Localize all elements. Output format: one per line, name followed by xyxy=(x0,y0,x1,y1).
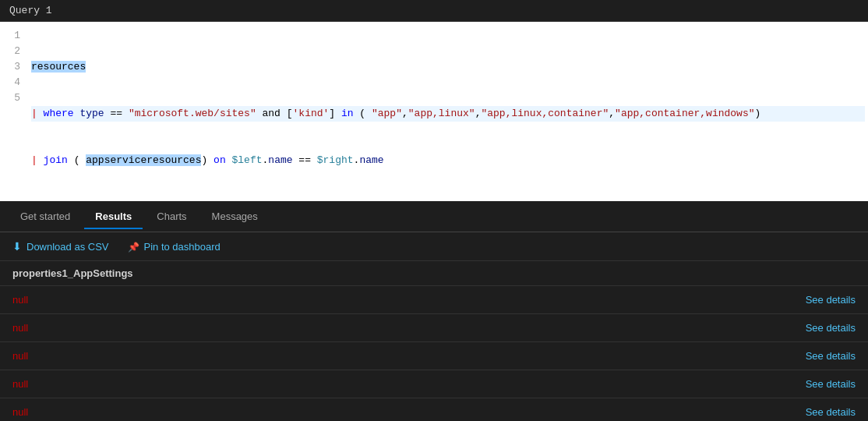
query-title: Query 1 xyxy=(9,5,52,16)
column-header: properties1_AppSettings xyxy=(0,261,868,286)
table-row: null See details xyxy=(0,286,868,314)
download-csv-button[interactable]: Download as CSV xyxy=(12,240,109,253)
line-numbers: 1 2 3 4 5 xyxy=(0,22,28,201)
null-value: null xyxy=(12,350,28,362)
editor-area: 1 2 3 4 5 resources | where type == "mic… xyxy=(0,22,868,201)
see-details-link[interactable]: See details xyxy=(806,406,856,418)
see-details-link[interactable]: See details xyxy=(806,350,856,362)
table-row: null See details xyxy=(0,314,868,342)
query-title-bar: Query 1 xyxy=(0,0,868,22)
table-row: null See details xyxy=(0,398,868,421)
pin-dashboard-button[interactable]: Pin to dashboard xyxy=(128,240,221,253)
tab-messages[interactable]: Messages xyxy=(201,204,269,228)
null-value: null xyxy=(12,322,28,334)
tab-results[interactable]: Results xyxy=(84,204,143,228)
toolbar: Download as CSV Pin to dashboard xyxy=(0,232,868,261)
pin-label: Pin to dashboard xyxy=(144,241,221,253)
null-value: null xyxy=(12,294,28,306)
tabs-bar: Get started Results Charts Messages xyxy=(0,201,868,232)
pin-icon xyxy=(128,240,139,253)
bottom-panel: Get started Results Charts Messages Down… xyxy=(0,201,868,421)
table-row: null See details xyxy=(0,342,868,370)
code-content[interactable]: resources | where type == "microsoft.web… xyxy=(28,22,868,201)
see-details-link[interactable]: See details xyxy=(806,294,856,306)
download-label: Download as CSV xyxy=(26,241,109,253)
download-icon xyxy=(12,240,22,253)
see-details-link[interactable]: See details xyxy=(806,322,856,334)
tab-charts[interactable]: Charts xyxy=(146,204,197,228)
tab-get-started[interactable]: Get started xyxy=(9,204,81,228)
table-row: null See details xyxy=(0,370,868,398)
null-value: null xyxy=(12,378,28,390)
see-details-link[interactable]: See details xyxy=(806,378,856,390)
null-value: null xyxy=(12,406,28,418)
